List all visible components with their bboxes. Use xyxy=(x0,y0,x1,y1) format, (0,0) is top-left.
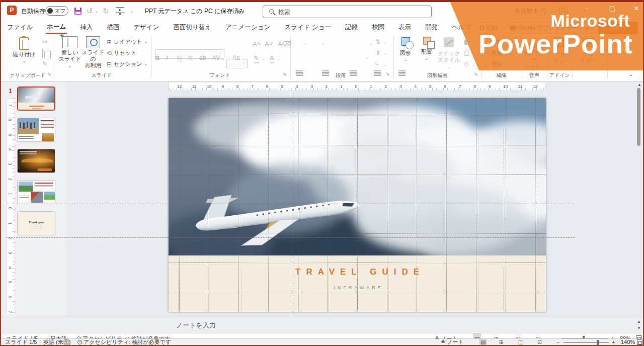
copy-icon[interactable] xyxy=(42,49,43,58)
increase-font-icon[interactable]: A˄ xyxy=(253,40,261,48)
paragraph-dialog-launcher[interactable]: ⇘ xyxy=(386,71,390,76)
select-button[interactable]: ▷選択⌄ xyxy=(485,60,508,68)
paste-button[interactable]: 貼り付け ⌄ xyxy=(10,36,38,64)
font-dialog-launcher[interactable]: ⇘ xyxy=(283,71,287,76)
strikethrough-button[interactable]: ab xyxy=(199,54,206,61)
layout-button[interactable]: ⊞レイアウト⌄ xyxy=(107,38,147,46)
fit-slide-icon[interactable] xyxy=(637,339,642,345)
line-spacing-icon[interactable] xyxy=(398,70,406,75)
clipboard-dialog-launcher[interactable]: ⇘ xyxy=(47,71,51,76)
notes-scroll-down-icon[interactable]: ▼ xyxy=(637,326,641,330)
ribbon-tab-6[interactable]: アニメーション xyxy=(224,22,271,33)
slide-title-block[interactable] xyxy=(169,255,546,312)
notes-scroll-up-icon[interactable]: ▲ xyxy=(637,319,641,324)
reset-button[interactable]: ⟲リセット xyxy=(107,49,136,57)
ribbon-tab-0[interactable]: ファイル xyxy=(6,22,34,33)
slide-thumbnail-4[interactable] xyxy=(17,180,55,204)
autosave-toggle[interactable]: オフ xyxy=(45,6,68,16)
document-title[interactable]: PPT 元データ… xyxy=(145,2,189,20)
reuse-slides-button[interactable]: スライドの 再利用 xyxy=(80,36,106,69)
text-direction-icon[interactable]: ⇅ xyxy=(375,38,380,45)
maximize-button[interactable]: ▢ xyxy=(605,0,620,17)
slide-subtitle-text[interactable]: INFRAWARE xyxy=(169,285,546,290)
horizontal-ruler[interactable]: 1211109876543210123456789101112 xyxy=(169,82,546,91)
zoom-out-icon[interactable]: − xyxy=(554,333,557,338)
zoom-slider[interactable] xyxy=(564,342,609,343)
shape-fill-icon[interactable]: ◧ xyxy=(464,38,469,45)
ribbon-tab-3[interactable]: 描画 xyxy=(106,22,120,33)
text-shadow-button[interactable]: S xyxy=(188,54,193,62)
slideshow-view-icon[interactable]: ⊡ xyxy=(535,333,540,338)
reading-view-icon[interactable]: ◫ xyxy=(515,333,520,338)
change-case-button[interactable]: Aa xyxy=(232,54,240,61)
convert-smartart-icon[interactable]: ⤷ xyxy=(375,60,379,67)
search-input[interactable]: 検索 xyxy=(263,6,432,18)
font-color-button[interactable]: A xyxy=(270,54,274,63)
shape-outline-icon[interactable]: ▢ xyxy=(464,49,469,56)
ribbon-tab-8[interactable]: 記録 xyxy=(344,22,359,33)
highlight-color-button[interactable]: ✎ xyxy=(254,54,259,63)
scroll-up-icon[interactable]: ▲ xyxy=(637,82,641,87)
slide-thumbnail-3[interactable] xyxy=(17,149,55,173)
slide-image-clouds-airplane[interactable] xyxy=(169,98,546,255)
ribbon-tab-2[interactable]: 挿入 xyxy=(79,22,94,33)
collapse-ribbon-icon[interactable]: ⌄ xyxy=(629,71,633,77)
decrease-font-icon[interactable]: A˅ xyxy=(265,40,273,48)
bullets-icon[interactable] xyxy=(296,70,303,75)
undo-chevron-icon[interactable]: ⌄ xyxy=(95,2,99,20)
slide-canvas[interactable]: TRAVEL GUIDE INFRAWARE xyxy=(169,98,546,312)
ribbon-tab-7[interactable]: スライド ショー xyxy=(283,22,332,33)
bold-button[interactable]: B xyxy=(155,54,159,62)
char-spacing-button[interactable]: AV xyxy=(212,54,220,61)
section-button[interactable]: ⊟セクション⌄ xyxy=(107,60,147,68)
vertical-scrollbar[interactable] xyxy=(637,88,640,146)
save-status-chevron-icon[interactable]: ∨ xyxy=(236,2,240,20)
notes-toggle[interactable]: ≙ ノート xyxy=(435,333,458,338)
language-indicator[interactable]: 日本語 xyxy=(50,333,67,338)
clear-format-icon[interactable]: A⌫ xyxy=(278,40,291,48)
drawing-dialog-launcher[interactable]: ⇘ xyxy=(474,71,478,76)
cut-icon[interactable]: ✂ xyxy=(42,38,48,46)
qat-customize-icon[interactable]: ⌄ xyxy=(130,2,134,20)
accessibility-status[interactable]: アクセシビリティ: 検討が必要です xyxy=(76,333,170,338)
underline-button[interactable]: U xyxy=(177,54,182,62)
shape-effects-icon[interactable]: ◇ xyxy=(464,60,468,67)
horizontal-guide[interactable] xyxy=(6,204,575,204)
start-slideshow-icon[interactable] xyxy=(116,7,124,13)
slide-sorter-icon[interactable]: ⊞ xyxy=(494,333,499,338)
align-text-icon[interactable]: ⇕ xyxy=(375,49,380,56)
ribbon-tab-5[interactable]: 画面切り替え xyxy=(172,22,212,33)
vertical-guide[interactable] xyxy=(293,92,293,314)
save-icon[interactable] xyxy=(74,8,82,15)
ribbon-tab-4[interactable]: デザイン xyxy=(132,22,160,33)
ribbon-tab-11[interactable]: 開発 xyxy=(424,22,439,33)
increase-indent-icon[interactable] xyxy=(374,70,381,75)
zoom-level[interactable]: 88% xyxy=(620,333,631,338)
slide-thumbnail-2[interactable] xyxy=(17,118,55,142)
zoom-in-icon[interactable]: + xyxy=(611,333,614,338)
undo-icon[interactable]: ↺ xyxy=(87,2,93,20)
account-name[interactable]: 9-月野木 巧 xyxy=(515,2,546,20)
ribbon-tab-9[interactable]: 校閲 xyxy=(371,22,385,33)
notes-placeholder[interactable]: ノートを入力 xyxy=(176,321,216,330)
quick-styles-button[interactable]: クイック スタイル ⌄ xyxy=(437,36,461,70)
ribbon-tab-10[interactable]: 表示 xyxy=(397,22,412,33)
zoom-slider-thumb[interactable] xyxy=(597,340,599,345)
new-slide-button[interactable]: 新しい スライド ⌄ xyxy=(58,36,82,69)
notes-pane[interactable]: ノートを入力 ▲ ▼ xyxy=(1,317,643,333)
close-button[interactable]: ✕ xyxy=(629,0,644,17)
ribbon-tab-12[interactable]: ヘルプ xyxy=(451,22,472,33)
normal-view-icon[interactable]: ▤ xyxy=(473,333,481,338)
arrange-button[interactable]: 配置 ⌄ xyxy=(417,36,437,62)
vertical-ruler[interactable]: 765432101234567 xyxy=(7,98,15,314)
slide-thumbnail-5[interactable]: Thank you xyxy=(17,211,55,235)
powerpoint-logo-icon[interactable]: P xyxy=(7,6,17,15)
format-painter-icon[interactable]: ✎ xyxy=(42,60,47,67)
redo-icon[interactable]: ↻ xyxy=(103,2,109,20)
shapes-button[interactable]: 図形 ⌄ xyxy=(395,36,416,63)
horizontal-guide[interactable] xyxy=(6,237,575,238)
italic-button[interactable]: I xyxy=(166,54,168,62)
slide-title-text[interactable]: TRAVEL GUIDE xyxy=(169,267,546,277)
minimize-button[interactable]: – xyxy=(580,0,595,17)
slide-thumbnail-1[interactable] xyxy=(17,86,55,111)
